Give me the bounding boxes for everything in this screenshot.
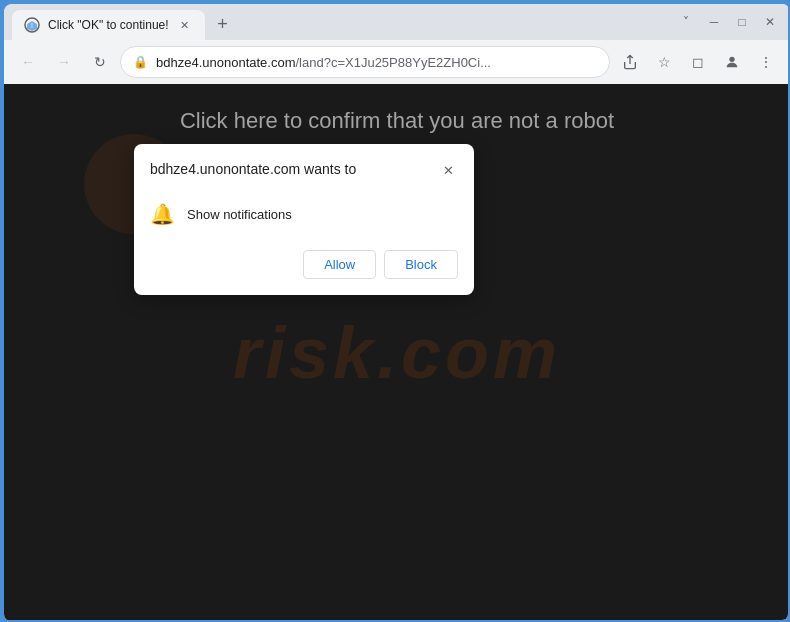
dialog-title: bdhze4.unonontate.com wants to bbox=[150, 160, 356, 180]
page-header-text: Click here to confirm that you are not a… bbox=[4, 108, 790, 134]
active-tab[interactable]: ! Click "OK" to continue! ✕ bbox=[12, 10, 205, 40]
toolbar: ← → ↻ 🔒 bdhze4.unonontate.com/land?c=X1J… bbox=[4, 40, 790, 84]
permission-dialog: bdhze4.unonontate.com wants to ✕ 🔔 Show … bbox=[134, 144, 474, 295]
dialog-close-button[interactable]: ✕ bbox=[438, 160, 458, 180]
bell-icon: 🔔 bbox=[150, 202, 175, 226]
dialog-buttons: Allow Block bbox=[150, 250, 458, 279]
profile-button[interactable] bbox=[716, 46, 748, 78]
forward-button[interactable]: → bbox=[48, 46, 80, 78]
svg-text:!: ! bbox=[31, 22, 33, 29]
address-domain: bdhze4.unonontate.com bbox=[156, 55, 296, 70]
close-button[interactable]: ✕ bbox=[758, 10, 782, 34]
bookmark-button[interactable]: ☆ bbox=[648, 46, 680, 78]
tab-strip: ! Click "OK" to continue! ✕ + bbox=[12, 4, 670, 40]
new-tab-button[interactable]: + bbox=[209, 10, 237, 38]
address-text: bdhze4.unonontate.com/land?c=X1Ju25P88Yy… bbox=[156, 55, 597, 70]
extension-button[interactable]: ◻ bbox=[682, 46, 714, 78]
back-button[interactable]: ← bbox=[12, 46, 44, 78]
address-bar[interactable]: 🔒 bdhze4.unonontate.com/land?c=X1Ju25P88… bbox=[120, 46, 610, 78]
tab-title: Click "OK" to continue! bbox=[48, 18, 169, 32]
minimize-button[interactable]: ─ bbox=[702, 10, 726, 34]
lock-icon: 🔒 bbox=[133, 55, 148, 69]
reload-button[interactable]: ↻ bbox=[84, 46, 116, 78]
chevron-down-button[interactable]: ˅ bbox=[674, 10, 698, 34]
allow-button[interactable]: Allow bbox=[303, 250, 376, 279]
tab-favicon-icon: ! bbox=[24, 17, 40, 33]
tab-close-button[interactable]: ✕ bbox=[177, 17, 193, 33]
share-button[interactable] bbox=[614, 46, 646, 78]
dialog-header: bdhze4.unonontate.com wants to ✕ bbox=[150, 160, 458, 180]
page-content: Click here to confirm that you are not a… bbox=[4, 84, 790, 622]
notification-row: 🔔 Show notifications bbox=[150, 194, 458, 234]
title-bar: ! Click "OK" to continue! ✕ + ˅ ─ □ ✕ bbox=[4, 4, 790, 40]
window-controls: ˅ ─ □ ✕ bbox=[674, 10, 782, 34]
svg-point-2 bbox=[729, 57, 734, 62]
maximize-button[interactable]: □ bbox=[730, 10, 754, 34]
address-path: /land?c=X1Ju25P88YyE2ZH0Ci... bbox=[296, 55, 491, 70]
notification-label: Show notifications bbox=[187, 207, 292, 222]
browser-window: ! Click "OK" to continue! ✕ + ˅ ─ □ ✕ ← … bbox=[4, 4, 790, 622]
page-watermark-text: risk.com bbox=[233, 312, 561, 394]
toolbar-actions: ☆ ◻ ⋮ bbox=[614, 46, 782, 78]
block-button[interactable]: Block bbox=[384, 250, 458, 279]
menu-button[interactable]: ⋮ bbox=[750, 46, 782, 78]
